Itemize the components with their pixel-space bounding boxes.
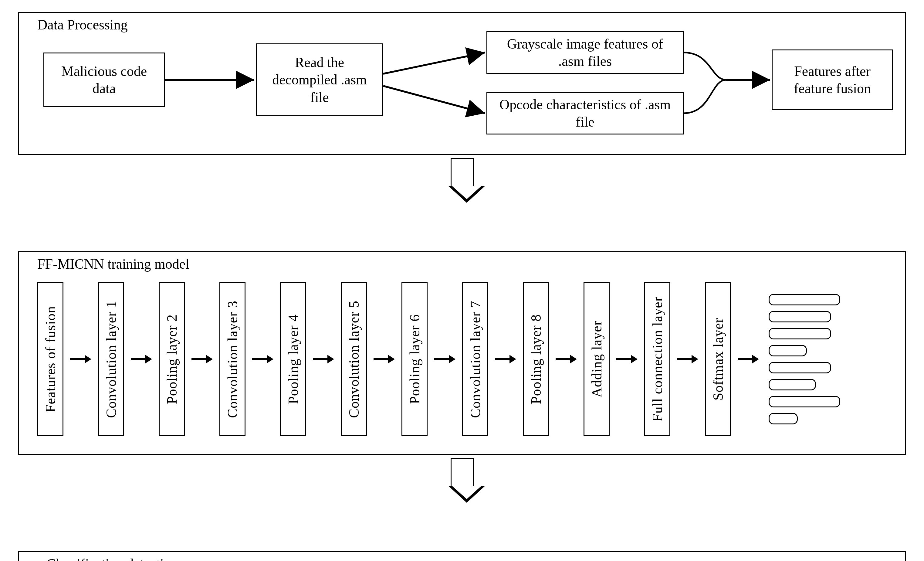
- output-bar: [769, 294, 840, 305]
- layer-label: Pooling layer 2: [164, 314, 180, 404]
- output-bar: [769, 396, 840, 408]
- layer-arrow-icon: [556, 355, 577, 363]
- layer-arrow-icon: [252, 355, 273, 363]
- layer-box: Pooling layer 4: [280, 282, 306, 436]
- diagram-root: Data Processing Malicious code data Read…: [0, 0, 924, 561]
- flow-arrow-2: [448, 458, 476, 503]
- layer-box: Convolution layer 3: [219, 282, 246, 436]
- output-bar: [769, 311, 831, 322]
- panel2-title: FF-MICNN training model: [38, 256, 189, 272]
- layer-box: Features of fusion: [38, 282, 63, 436]
- box-feature-fusion: Features after feature fusion: [772, 50, 893, 110]
- panel-data-processing: Data Processing Malicious code data Read…: [18, 12, 906, 155]
- flow-arrow-1: [448, 158, 476, 203]
- layer-box: Pooling layer 2: [159, 282, 185, 436]
- panel-classification: Classification detection RamnitLollipopK…: [18, 551, 906, 561]
- layer-box: Convolution layer 5: [341, 282, 367, 436]
- layer-label: Softmax layer: [710, 318, 726, 400]
- layer-label: Full connection layer: [650, 296, 666, 422]
- layer-arrow-icon: [131, 355, 152, 363]
- layer-arrow-icon: [616, 355, 638, 363]
- box-malicious-code: Malicious code data: [44, 53, 165, 107]
- layer-box: Convolution layer 7: [462, 282, 488, 436]
- layer-label: Pooling layer 4: [285, 314, 302, 404]
- panel-training-model: FF-MICNN training model Features of fusi…: [18, 251, 906, 455]
- layer-arrow-icon: [738, 355, 759, 363]
- output-bar: [769, 345, 807, 356]
- panel3-title: Classification detection: [46, 556, 178, 561]
- layer-label: Pooling layer 8: [528, 314, 544, 404]
- svg-line-1: [383, 53, 485, 74]
- layer-label: Convolution layer 1: [103, 301, 119, 418]
- layer-arrow-icon: [374, 355, 395, 363]
- svg-line-2: [383, 86, 485, 113]
- layer-box: Pooling layer 8: [523, 282, 549, 436]
- output-bar: [769, 413, 798, 424]
- layer-label: Convolution layer 5: [346, 301, 362, 418]
- box-read-asm: Read the decompiled .asm file: [256, 44, 383, 116]
- layer-label: Convolution layer 7: [467, 301, 483, 418]
- softmax-output-bars: [769, 294, 840, 424]
- box-grayscale-features: Grayscale image features of .asm files: [486, 31, 684, 74]
- layer-box: Full connection layer: [644, 282, 670, 436]
- output-bar: [769, 379, 816, 390]
- panel1-connectors: [19, 13, 110, 59]
- layer-label: Convolution layer 3: [225, 301, 241, 418]
- layer-arrow-icon: [70, 355, 92, 363]
- output-bar: [769, 362, 831, 373]
- layer-box: Convolution layer 1: [98, 282, 124, 436]
- layer-label: Pooling layer 6: [406, 314, 423, 404]
- layer-label: Adding layer: [589, 320, 605, 397]
- layer-box: Adding layer: [584, 282, 610, 436]
- layer-arrow-icon: [495, 355, 516, 363]
- layer-arrow-icon: [677, 355, 698, 363]
- layer-arrow-icon: [313, 355, 334, 363]
- layer-sequence: Features of fusionConvolution layer 1Poo…: [38, 283, 886, 436]
- layer-box: Softmax layer: [705, 282, 731, 436]
- layer-arrow-icon: [192, 355, 213, 363]
- layer-label: Features of fusion: [42, 306, 58, 412]
- output-bar: [769, 328, 831, 339]
- layer-box: Pooling layer 6: [402, 282, 428, 436]
- box-opcode-features: Opcode characteristics of .asm file: [486, 92, 684, 134]
- layer-arrow-icon: [434, 355, 456, 363]
